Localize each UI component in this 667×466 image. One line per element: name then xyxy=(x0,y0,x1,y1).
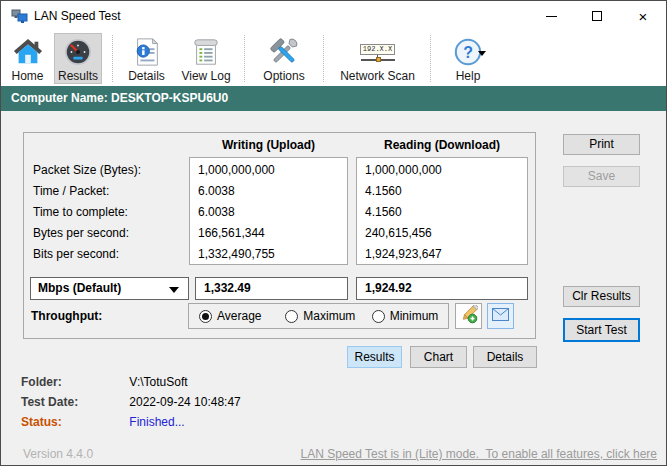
radio-minimum[interactable]: Minimum xyxy=(372,309,448,323)
reading-unit-value: 1,924.92 xyxy=(356,277,528,300)
status-value: Finished... xyxy=(129,415,184,429)
test-date-row: Test Date: 2022-09-24 10:48:47 xyxy=(21,394,421,410)
help-dropdown-arrow-icon xyxy=(478,51,486,56)
reading-column-header: Reading (Download) xyxy=(356,138,528,152)
reading-value: 1,924,923,647 xyxy=(357,244,527,265)
app-logo-icon xyxy=(11,8,28,24)
email-results-button[interactable] xyxy=(487,303,514,329)
radio-label: Average xyxy=(217,309,261,323)
tools-icon xyxy=(268,36,300,68)
folder-value: V:\TotuSoft xyxy=(129,375,187,389)
radio-maximum[interactable]: Maximum xyxy=(285,309,361,323)
toolbar-separator xyxy=(112,35,113,82)
title-bar: LAN Speed Test × xyxy=(1,1,666,31)
toolbar-label: Help xyxy=(456,69,481,83)
radio-label: Maximum xyxy=(303,309,355,323)
writing-column-header: Writing (Upload) xyxy=(189,138,348,152)
version-text: Version 4.4.0 xyxy=(23,447,93,461)
question-icon: ? xyxy=(446,36,490,68)
test-date-value: 2022-09-24 10:48:47 xyxy=(129,395,240,409)
computer-name-bar: Computer Name: DESKTOP-KSPU6U0 xyxy=(1,86,666,111)
reading-value: 1,000,000,000 xyxy=(357,160,527,181)
toolbar-separator xyxy=(323,35,324,82)
start-test-button[interactable]: Start Test xyxy=(563,318,640,342)
units-dropdown[interactable]: Mbps (Default) xyxy=(30,277,189,300)
network-scan-badge: 192.X.X xyxy=(360,44,395,55)
toolbar-button-options[interactable]: Options xyxy=(253,33,315,84)
folder-label: Folder: xyxy=(21,374,126,390)
envelope-icon xyxy=(492,308,509,324)
tab-details[interactable]: Details xyxy=(473,346,537,368)
reading-values-box: 1,000,000,000 4.1560 4.1560 240,615,456 … xyxy=(356,157,528,265)
toolbar-label: Results xyxy=(58,69,98,83)
tab-chart[interactable]: Chart xyxy=(410,346,467,368)
metric-label: Time / Packet: xyxy=(33,181,141,202)
app-window: LAN Speed Test × Home xyxy=(0,0,667,466)
toolbar-separator xyxy=(430,35,431,82)
document-info-icon xyxy=(131,36,163,68)
folder-row: Folder: V:\TotuSoft xyxy=(21,374,421,390)
toolbar-label: Home xyxy=(11,69,43,83)
writing-values-box: 1,000,000,000 6.0038 6.0038 166,561,344 … xyxy=(189,157,348,265)
toolbar-button-home[interactable]: Home xyxy=(5,33,50,84)
toolbar-button-viewlog[interactable]: View Log xyxy=(175,33,237,84)
writing-value: 6.0038 xyxy=(190,202,347,223)
tab-results[interactable]: Results xyxy=(347,346,402,368)
reading-value: 4.1560 xyxy=(357,202,527,223)
test-date-label: Test Date: xyxy=(21,394,126,410)
clear-results-button[interactable]: Clr Results xyxy=(563,286,640,307)
writing-value: 1,000,000,000 xyxy=(190,160,347,181)
metric-label: Time to complete: xyxy=(33,202,141,223)
lite-mode-upgrade-link[interactable]: LAN Speed Test is in (Lite) mode. To ena… xyxy=(301,447,657,461)
log-scroll-icon xyxy=(190,36,222,68)
throughput-label: Throughput: xyxy=(31,303,102,329)
maximize-button[interactable] xyxy=(574,1,620,31)
writing-value: 166,561,344 xyxy=(190,223,347,244)
units-dropdown-value: Mbps (Default) xyxy=(38,281,121,295)
minimize-button[interactable] xyxy=(528,1,574,31)
writing-value: 1,332,490,755 xyxy=(190,244,347,265)
minimize-icon xyxy=(546,16,557,17)
toolbar-button-results[interactable]: Results xyxy=(54,33,102,84)
toolbar-separator xyxy=(244,35,245,82)
writing-value: 6.0038 xyxy=(190,181,347,202)
toolbar-label: Details xyxy=(128,69,165,83)
metric-label: Bytes per second: xyxy=(33,223,141,244)
writing-unit-value: 1,332.49 xyxy=(195,277,348,300)
throughput-radio-group: Average Maximum Minimum xyxy=(188,303,449,329)
toolbar-label: Options xyxy=(263,69,304,83)
radio-average[interactable]: Average xyxy=(199,309,275,323)
toolbar-button-details[interactable]: Details xyxy=(119,33,174,84)
svg-text:?: ? xyxy=(463,44,473,61)
metric-label: Packet Size (Bytes): xyxy=(33,160,141,181)
toolbar-label: View Log xyxy=(181,69,230,83)
maximize-icon xyxy=(592,11,602,21)
home-icon xyxy=(12,36,44,68)
window-title: LAN Speed Test xyxy=(34,9,121,23)
radio-unselected-icon xyxy=(285,310,298,323)
network-node-dot xyxy=(376,57,381,62)
edit-note-button[interactable] xyxy=(455,303,482,329)
print-button[interactable]: Print xyxy=(563,134,640,155)
close-icon: × xyxy=(639,9,648,24)
save-button: Save xyxy=(563,166,640,187)
pencil-add-icon xyxy=(459,305,478,327)
radio-selected-icon xyxy=(199,310,212,323)
metric-labels-column: Packet Size (Bytes): Time / Packet: Time… xyxy=(33,160,141,265)
toolbar-button-help[interactable]: ? Help xyxy=(438,33,498,84)
reading-value: 240,615,456 xyxy=(357,223,527,244)
chevron-down-icon xyxy=(169,287,179,293)
status-row: Status: Finished... xyxy=(21,414,421,430)
network-line xyxy=(361,59,395,61)
close-button[interactable]: × xyxy=(620,1,666,31)
speedometer-icon xyxy=(62,36,94,68)
radio-unselected-icon xyxy=(372,310,385,323)
toolbar-label: Network Scan xyxy=(340,69,415,83)
toolbar-button-network-scan[interactable]: 192.X.X Network Scan xyxy=(331,33,424,84)
reading-value: 4.1560 xyxy=(357,181,527,202)
radio-label: Minimum xyxy=(390,309,439,323)
toolbar: Home Results xyxy=(1,31,666,86)
metric-label: Bits per second: xyxy=(33,244,141,265)
network-node-icon: 192.X.X xyxy=(362,36,394,68)
status-label: Status: xyxy=(21,414,126,430)
